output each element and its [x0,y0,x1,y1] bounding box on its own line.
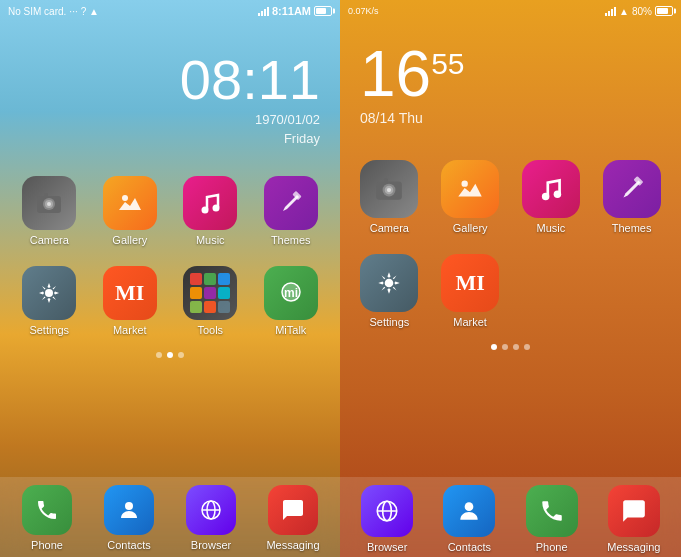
right-app-market[interactable]: MI Market [435,254,506,328]
right-dot-1 [491,344,497,350]
dot-3 [178,352,184,358]
left-page-dots [0,352,340,358]
right-camera-icon [360,160,418,218]
time-text: 8:11AM [272,5,311,17]
mitalk-icon: mi [264,266,318,320]
left-dock: Phone Contacts Browser [0,477,340,557]
left-dock-browser[interactable]: Browser [174,485,248,551]
right-dock-browser[interactable]: Browser [350,485,424,553]
browser-icon [186,485,236,535]
right-phone-icon [526,485,578,537]
contacts-label: Contacts [107,539,150,551]
camera-label: Camera [30,234,69,246]
svg-point-9 [45,289,53,297]
svg-point-5 [122,195,128,201]
svg-rect-4 [44,193,48,197]
left-status-bar: No SIM card. ··· ? ▲ 8:11AM [0,0,340,22]
svg-point-6 [202,207,209,214]
right-time-display: 1655 [360,42,681,106]
right-market-icon: MI [441,254,499,312]
svg-point-21 [462,180,468,186]
left-app-market[interactable]: MI Market [95,266,166,336]
right-dot-3 [513,344,519,350]
contacts-icon [104,485,154,535]
right-status-bar: 0.07K/s ▲ 80% [340,0,681,22]
settings-label: Settings [29,324,69,336]
right-themes-icon [603,160,661,218]
settings-icon [22,266,76,320]
music-label: Music [196,234,225,246]
left-date-line1: 1970/01/02 [0,112,320,127]
speed-text: 0.07K/s [348,6,379,16]
tools-icon [183,266,237,320]
right-messaging-label: Messaging [607,541,660,553]
right-dock-contacts[interactable]: Contacts [432,485,506,553]
browser-label: Browser [191,539,231,551]
right-settings-label: Settings [370,316,410,328]
dot-1 [156,352,162,358]
right-battery-pct: 80% [632,6,652,17]
right-messaging-icon [608,485,660,537]
left-phone: No SIM card. ··· ? ▲ 8:11AM 08:11 1970/0… [0,0,340,557]
left-app-themes[interactable]: Themes [256,176,327,246]
right-contacts-label: Contacts [448,541,491,553]
svg-text:mi: mi [284,286,298,300]
gallery-icon [103,176,157,230]
svg-point-22 [542,193,550,201]
left-clock: 08:11 1970/01/02 Friday [0,22,340,156]
svg-point-25 [385,279,394,288]
mitalk-label: MiTalk [275,324,306,336]
market-icon: MI [103,266,157,320]
themes-icon [264,176,318,230]
svg-point-12 [125,502,133,510]
left-dock-phone[interactable]: Phone [10,485,84,551]
gallery-label: Gallery [112,234,147,246]
right-app-grid-row2: Settings MI Market [340,244,681,338]
svg-rect-20 [384,178,388,182]
left-dock-contacts[interactable]: Contacts [92,485,166,551]
right-dock-messaging[interactable]: Messaging [597,485,671,553]
market-label: Market [113,324,147,336]
svg-point-19 [387,188,391,192]
left-time-display: 08:11 [0,52,320,108]
right-dot-2 [502,344,508,350]
carrier-text: No SIM card. [8,6,66,17]
svg-point-7 [213,205,220,212]
phone-icon [22,485,72,535]
left-status-right: 8:11AM [258,5,332,17]
left-app-music[interactable]: Music [175,176,246,246]
messaging-label: Messaging [266,539,319,551]
right-camera-label: Camera [370,222,409,234]
right-status-left: 0.07K/s [348,6,379,16]
svg-point-3 [47,202,51,206]
left-app-camera[interactable]: Camera [14,176,85,246]
mi-logo: MI [115,280,144,306]
right-browser-label: Browser [367,541,407,553]
left-date-line2: Friday [0,131,320,146]
right-page-dots [340,344,681,350]
right-dock-phone[interactable]: Phone [515,485,589,553]
themes-label: Themes [271,234,311,246]
right-app-camera[interactable]: Camera [354,160,425,234]
left-app-gallery[interactable]: Gallery [95,176,166,246]
right-status-right: ▲ 80% [605,6,673,17]
battery-icon [314,6,332,16]
left-app-settings[interactable]: Settings [14,266,85,336]
wifi-icon: ? ▲ [81,6,99,17]
right-app-themes[interactable]: Themes [596,160,667,234]
left-app-tools[interactable]: Tools [175,266,246,336]
right-app-gallery[interactable]: Gallery [435,160,506,234]
right-settings-icon [360,254,418,312]
messaging-icon [268,485,318,535]
right-app-settings[interactable]: Settings [354,254,425,328]
signal-dots: ··· [69,6,77,17]
left-app-mitalk[interactable]: mi MiTalk [256,266,327,336]
left-app-grid-row1: Camera Gallery Music [0,166,340,256]
signal-bars-icon [258,7,269,16]
right-phone-label: Phone [536,541,568,553]
right-wifi-icon: ▲ [619,6,629,17]
left-dock-messaging[interactable]: Messaging [256,485,330,551]
camera-icon [22,176,76,230]
right-app-music[interactable]: Music [516,160,587,234]
right-music-label: Music [537,222,566,234]
